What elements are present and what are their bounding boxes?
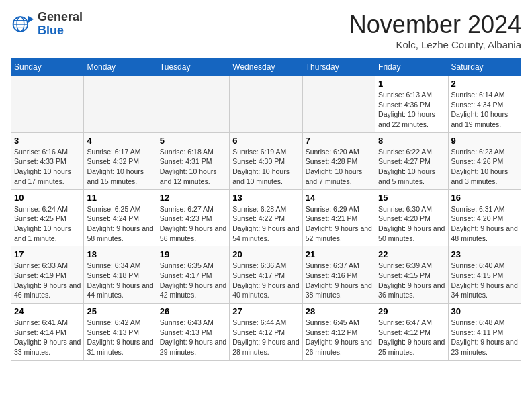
day-number: 13 [232, 193, 299, 203]
day-number: 17 [14, 249, 81, 259]
logo-icon [11, 12, 35, 36]
day-number: 5 [160, 136, 226, 146]
logo-general-text: General [38, 11, 83, 24]
calendar-cell: 1Sunrise: 6:13 AMSunset: 4:36 PMDaylight… [375, 76, 448, 133]
calendar-cell: 4Sunrise: 6:17 AMSunset: 4:32 PMDaylight… [84, 132, 157, 189]
calendar-cell [302, 76, 375, 133]
day-number: 7 [306, 136, 372, 146]
day-info: Sunrise: 6:14 AMSunset: 4:34 PMDaylight:… [451, 90, 518, 130]
calendar-cell: 7Sunrise: 6:20 AMSunset: 4:28 PMDaylight… [302, 132, 375, 189]
calendar-week-row: 1Sunrise: 6:13 AMSunset: 4:36 PMDaylight… [11, 76, 521, 133]
day-number: 9 [451, 136, 518, 146]
calendar-cell: 10Sunrise: 6:24 AMSunset: 4:25 PMDayligh… [11, 189, 84, 246]
calendar-cell: 23Sunrise: 6:40 AMSunset: 4:15 PMDayligh… [448, 246, 521, 304]
calendar-cell: 14Sunrise: 6:29 AMSunset: 4:21 PMDayligh… [302, 189, 375, 246]
calendar-cell [157, 76, 229, 133]
calendar-week-row: 3Sunrise: 6:16 AMSunset: 4:33 PMDaylight… [11, 132, 521, 189]
svg-marker-6 [28, 15, 34, 23]
calendar-cell: 29Sunrise: 6:47 AMSunset: 4:12 PMDayligh… [375, 304, 448, 361]
logo: General Blue [11, 11, 83, 38]
calendar-cell: 12Sunrise: 6:27 AMSunset: 4:23 PMDayligh… [157, 189, 229, 246]
day-number: 10 [14, 193, 81, 203]
day-number: 25 [87, 306, 153, 316]
day-number: 23 [451, 249, 518, 259]
day-info: Sunrise: 6:45 AMSunset: 4:12 PMDaylight:… [306, 318, 372, 357]
day-info: Sunrise: 6:42 AMSunset: 4:13 PMDaylight:… [87, 318, 153, 357]
day-number: 4 [87, 136, 153, 146]
calendar-week-row: 17Sunrise: 6:33 AMSunset: 4:19 PMDayligh… [11, 246, 521, 304]
day-info: Sunrise: 6:41 AMSunset: 4:14 PMDaylight:… [14, 318, 81, 357]
day-number: 1 [378, 79, 445, 89]
day-info: Sunrise: 6:24 AMSunset: 4:25 PMDaylight:… [14, 204, 81, 244]
calendar-table: SundayMondayTuesdayWednesdayThursdayFrid… [11, 58, 521, 361]
title-block: November 2024 Kolc, Lezhe County, Albani… [349, 11, 521, 50]
calendar-cell: 11Sunrise: 6:25 AMSunset: 4:24 PMDayligh… [84, 189, 157, 246]
calendar-cell: 3Sunrise: 6:16 AMSunset: 4:33 PMDaylight… [11, 132, 84, 189]
day-info: Sunrise: 6:37 AMSunset: 4:16 PMDaylight:… [306, 261, 372, 300]
calendar-cell [84, 76, 157, 133]
calendar-cell: 2Sunrise: 6:14 AMSunset: 4:34 PMDaylight… [448, 76, 521, 133]
weekday-header-monday: Monday [84, 59, 157, 76]
weekday-header-wednesday: Wednesday [230, 59, 302, 76]
calendar-cell: 15Sunrise: 6:30 AMSunset: 4:20 PMDayligh… [375, 189, 448, 246]
day-info: Sunrise: 6:44 AMSunset: 4:12 PMDaylight:… [232, 318, 299, 357]
day-number: 15 [378, 193, 445, 203]
day-info: Sunrise: 6:27 AMSunset: 4:23 PMDaylight:… [160, 204, 226, 244]
day-number: 28 [306, 306, 372, 316]
day-number: 26 [160, 306, 226, 316]
calendar-cell: 21Sunrise: 6:37 AMSunset: 4:16 PMDayligh… [302, 246, 375, 304]
day-info: Sunrise: 6:18 AMSunset: 4:31 PMDaylight:… [160, 147, 226, 187]
day-info: Sunrise: 6:29 AMSunset: 4:21 PMDaylight:… [306, 204, 372, 244]
day-number: 14 [306, 193, 372, 203]
day-number: 2 [451, 79, 518, 89]
day-number: 3 [14, 136, 81, 146]
day-info: Sunrise: 6:19 AMSunset: 4:30 PMDaylight:… [232, 147, 299, 187]
day-info: Sunrise: 6:16 AMSunset: 4:33 PMDaylight:… [14, 147, 81, 187]
day-number: 24 [14, 306, 81, 316]
weekday-header-thursday: Thursday [302, 59, 375, 76]
day-info: Sunrise: 6:25 AMSunset: 4:24 PMDaylight:… [87, 204, 153, 244]
day-number: 21 [306, 249, 372, 259]
calendar-cell: 8Sunrise: 6:22 AMSunset: 4:27 PMDaylight… [375, 132, 448, 189]
location: Kolc, Lezhe County, Albania [349, 39, 521, 50]
calendar-cell: 5Sunrise: 6:18 AMSunset: 4:31 PMDaylight… [157, 132, 229, 189]
day-info: Sunrise: 6:39 AMSunset: 4:15 PMDaylight:… [378, 261, 445, 300]
day-info: Sunrise: 6:48 AMSunset: 4:11 PMDaylight:… [451, 318, 518, 357]
calendar-cell: 17Sunrise: 6:33 AMSunset: 4:19 PMDayligh… [11, 246, 84, 304]
day-number: 22 [378, 249, 445, 259]
weekday-header-saturday: Saturday [448, 59, 521, 76]
calendar-cell: 20Sunrise: 6:36 AMSunset: 4:17 PMDayligh… [230, 246, 302, 304]
weekday-header-sunday: Sunday [11, 59, 84, 76]
calendar-header-row: SundayMondayTuesdayWednesdayThursdayFrid… [11, 59, 521, 76]
day-number: 8 [378, 136, 445, 146]
calendar-week-row: 24Sunrise: 6:41 AMSunset: 4:14 PMDayligh… [11, 304, 521, 361]
day-info: Sunrise: 6:22 AMSunset: 4:27 PMDaylight:… [378, 147, 445, 187]
day-info: Sunrise: 6:35 AMSunset: 4:17 PMDaylight:… [160, 261, 226, 300]
day-number: 19 [160, 249, 226, 259]
day-number: 20 [232, 249, 299, 259]
day-number: 6 [232, 136, 299, 146]
calendar-cell: 27Sunrise: 6:44 AMSunset: 4:12 PMDayligh… [230, 304, 302, 361]
weekday-header-friday: Friday [375, 59, 448, 76]
calendar-cell: 30Sunrise: 6:48 AMSunset: 4:11 PMDayligh… [448, 304, 521, 361]
day-info: Sunrise: 6:43 AMSunset: 4:13 PMDaylight:… [160, 318, 226, 357]
calendar-cell [230, 76, 302, 133]
calendar-cell: 25Sunrise: 6:42 AMSunset: 4:13 PMDayligh… [84, 304, 157, 361]
calendar-week-row: 10Sunrise: 6:24 AMSunset: 4:25 PMDayligh… [11, 189, 521, 246]
day-info: Sunrise: 6:23 AMSunset: 4:26 PMDaylight:… [451, 147, 518, 187]
day-info: Sunrise: 6:47 AMSunset: 4:12 PMDaylight:… [378, 318, 445, 357]
calendar-cell: 9Sunrise: 6:23 AMSunset: 4:26 PMDaylight… [448, 132, 521, 189]
day-number: 29 [378, 306, 445, 316]
calendar-cell: 26Sunrise: 6:43 AMSunset: 4:13 PMDayligh… [157, 304, 229, 361]
day-info: Sunrise: 6:17 AMSunset: 4:32 PMDaylight:… [87, 147, 153, 187]
calendar-cell: 22Sunrise: 6:39 AMSunset: 4:15 PMDayligh… [375, 246, 448, 304]
calendar-cell: 19Sunrise: 6:35 AMSunset: 4:17 PMDayligh… [157, 246, 229, 304]
month-title: November 2024 [349, 11, 521, 39]
calendar-cell: 24Sunrise: 6:41 AMSunset: 4:14 PMDayligh… [11, 304, 84, 361]
day-number: 27 [232, 306, 299, 316]
day-info: Sunrise: 6:13 AMSunset: 4:36 PMDaylight:… [378, 90, 445, 130]
day-info: Sunrise: 6:34 AMSunset: 4:18 PMDaylight:… [87, 261, 153, 300]
day-info: Sunrise: 6:30 AMSunset: 4:20 PMDaylight:… [378, 204, 445, 244]
calendar-cell [11, 76, 84, 133]
day-info: Sunrise: 6:28 AMSunset: 4:22 PMDaylight:… [232, 204, 299, 244]
